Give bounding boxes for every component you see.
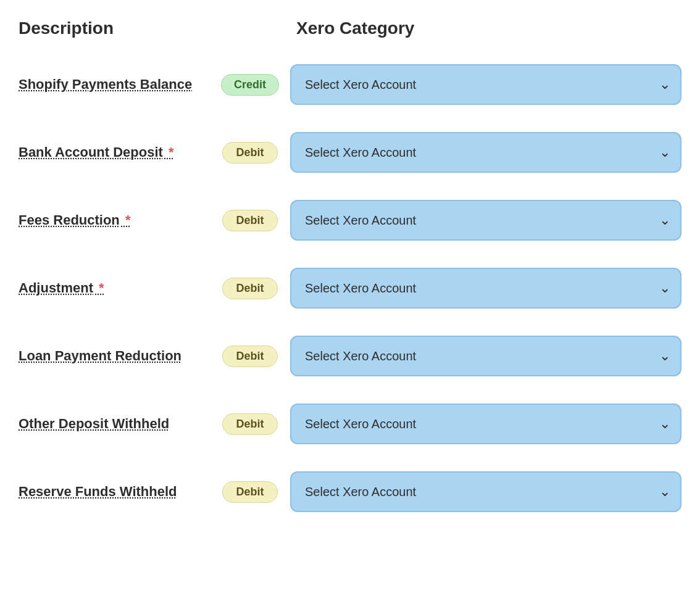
- xero-account-select-adjustment[interactable]: Select Xero Account: [290, 268, 681, 308]
- description-text-fees-reduction: Fees Reduction *: [19, 212, 131, 228]
- description-cell-fees-reduction: Fees Reduction *: [19, 212, 210, 230]
- select-cell-shopify-payments-balance: Select Xero Account⌄: [290, 64, 681, 105]
- select-cell-other-deposit-withheld: Select Xero Account⌄: [290, 404, 681, 444]
- description-column-header: Description: [19, 19, 296, 38]
- badge-reserve-funds-withheld: Debit: [222, 481, 278, 503]
- xero-account-select-other-deposit-withheld[interactable]: Select Xero Account: [290, 404, 681, 444]
- description-text-adjustment: Adjustment *: [19, 280, 104, 296]
- xero-account-select-fees-reduction[interactable]: Select Xero Account: [290, 200, 681, 241]
- description-text-other-deposit-withheld: Other Deposit Withheld: [19, 416, 169, 431]
- required-star-adjustment: *: [95, 280, 104, 296]
- badge-cell-shopify-payments-balance: Credit: [210, 74, 290, 96]
- required-star-fees-reduction: *: [122, 212, 131, 228]
- description-cell-other-deposit-withheld: Other Deposit Withheld: [19, 415, 210, 433]
- badge-cell-loan-payment-reduction: Debit: [210, 346, 290, 367]
- table-row-adjustment: Adjustment *DebitSelect Xero Account⌄: [19, 260, 681, 316]
- badge-shopify-payments-balance: Credit: [221, 74, 279, 96]
- select-wrapper-bank-account-deposit: Select Xero Account⌄: [290, 132, 681, 173]
- table-row-fees-reduction: Fees Reduction *DebitSelect Xero Account…: [19, 192, 681, 248]
- description-text-reserve-funds-withheld: Reserve Funds Withheld: [19, 484, 177, 499]
- required-star-bank-account-deposit: *: [165, 144, 174, 160]
- badge-cell-adjustment: Debit: [210, 278, 290, 299]
- table-row-shopify-payments-balance: Shopify Payments BalanceCreditSelect Xer…: [19, 57, 681, 112]
- badge-fees-reduction: Debit: [222, 210, 278, 231]
- select-wrapper-shopify-payments-balance: Select Xero Account⌄: [290, 64, 681, 105]
- badge-cell-bank-account-deposit: Debit: [210, 142, 290, 163]
- select-cell-adjustment: Select Xero Account⌄: [290, 268, 681, 308]
- description-cell-shopify-payments-balance: Shopify Payments Balance: [19, 76, 210, 94]
- description-cell-bank-account-deposit: Bank Account Deposit *: [19, 144, 210, 162]
- table-row-other-deposit-withheld: Other Deposit WithheldDebitSelect Xero A…: [19, 396, 681, 452]
- select-cell-bank-account-deposit: Select Xero Account⌄: [290, 132, 681, 173]
- description-header-label: Description: [19, 19, 114, 38]
- select-wrapper-other-deposit-withheld: Select Xero Account⌄: [290, 404, 681, 444]
- description-text-loan-payment-reduction: Loan Payment Reduction: [19, 348, 181, 363]
- page-container: Description Xero Category Shopify Paymen…: [19, 19, 681, 519]
- description-cell-reserve-funds-withheld: Reserve Funds Withheld: [19, 483, 210, 501]
- category-header-label: Xero Category: [296, 19, 414, 38]
- table-header: Description Xero Category: [19, 19, 681, 38]
- xero-account-select-loan-payment-reduction[interactable]: Select Xero Account: [290, 336, 681, 376]
- select-wrapper-reserve-funds-withheld: Select Xero Account⌄: [290, 471, 681, 512]
- badge-bank-account-deposit: Debit: [222, 142, 278, 163]
- table-row-reserve-funds-withheld: Reserve Funds WithheldDebitSelect Xero A…: [19, 464, 681, 519]
- select-wrapper-fees-reduction: Select Xero Account⌄: [290, 200, 681, 241]
- badge-cell-reserve-funds-withheld: Debit: [210, 481, 290, 503]
- select-cell-fees-reduction: Select Xero Account⌄: [290, 200, 681, 241]
- category-column-header: Xero Category: [296, 19, 681, 38]
- xero-account-select-reserve-funds-withheld[interactable]: Select Xero Account: [290, 471, 681, 512]
- description-cell-adjustment: Adjustment *: [19, 279, 210, 297]
- badge-cell-fees-reduction: Debit: [210, 210, 290, 231]
- description-cell-loan-payment-reduction: Loan Payment Reduction: [19, 347, 210, 365]
- badge-loan-payment-reduction: Debit: [222, 346, 278, 367]
- badge-adjustment: Debit: [222, 278, 278, 299]
- badge-other-deposit-withheld: Debit: [222, 413, 278, 435]
- badge-cell-other-deposit-withheld: Debit: [210, 413, 290, 435]
- table-row-loan-payment-reduction: Loan Payment ReductionDebitSelect Xero A…: [19, 328, 681, 384]
- select-wrapper-adjustment: Select Xero Account⌄: [290, 268, 681, 308]
- rows-container: Shopify Payments BalanceCreditSelect Xer…: [19, 57, 681, 519]
- xero-account-select-bank-account-deposit[interactable]: Select Xero Account: [290, 132, 681, 173]
- xero-account-select-shopify-payments-balance[interactable]: Select Xero Account: [290, 64, 681, 105]
- description-text-shopify-payments-balance: Shopify Payments Balance: [19, 77, 192, 92]
- select-cell-loan-payment-reduction: Select Xero Account⌄: [290, 336, 681, 376]
- table-row-bank-account-deposit: Bank Account Deposit *DebitSelect Xero A…: [19, 125, 681, 180]
- description-text-bank-account-deposit: Bank Account Deposit *: [19, 144, 174, 160]
- select-cell-reserve-funds-withheld: Select Xero Account⌄: [290, 471, 681, 512]
- select-wrapper-loan-payment-reduction: Select Xero Account⌄: [290, 336, 681, 376]
